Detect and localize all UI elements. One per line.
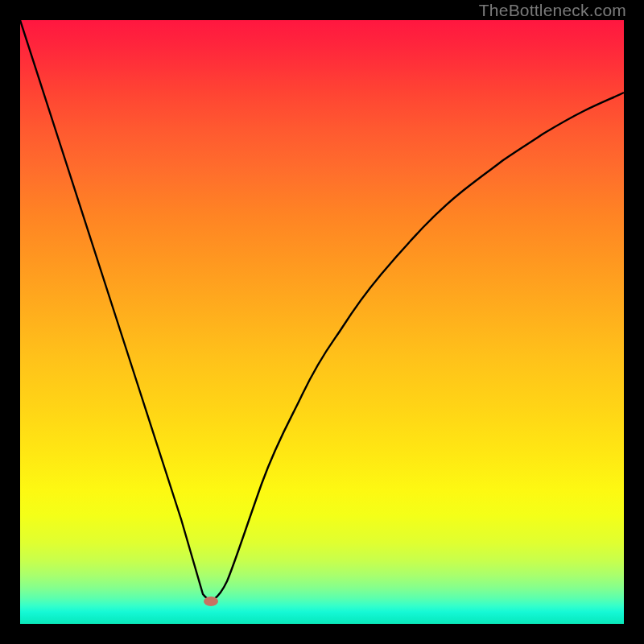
minimum-point-marker: [204, 597, 218, 606]
chart-frame: TheBottleneck.com: [0, 0, 644, 644]
plot-area: [20, 20, 624, 624]
bottleneck-curve: [20, 20, 624, 600]
curve-layer: [20, 20, 624, 624]
watermark-text: TheBottleneck.com: [479, 1, 626, 20]
